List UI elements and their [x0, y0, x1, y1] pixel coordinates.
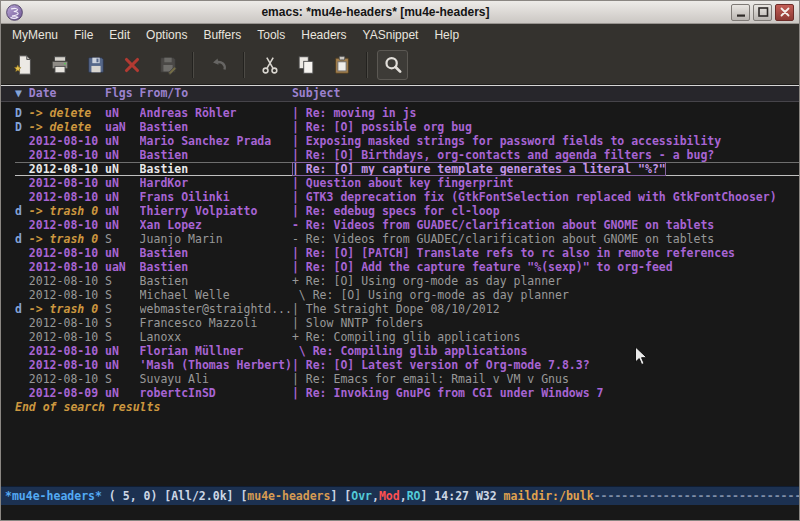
message-row[interactable]: 2012-08-10uNXan Lopez- Re: Videos from G…	[15, 218, 799, 232]
message-date: -> trash 0	[29, 204, 105, 218]
maximize-icon	[756, 5, 770, 19]
menu-edit[interactable]: Edit	[101, 25, 138, 45]
message-row[interactable]: 2012-08-10SLanoxx+ Re: Compiling glib ap…	[15, 330, 799, 344]
modeline-alert: Mod	[379, 489, 400, 503]
toolbar-cut-button[interactable]	[254, 50, 285, 80]
message-from: Florian Müllner	[140, 344, 292, 358]
toolbar-save-button[interactable]	[80, 50, 111, 80]
message-row[interactable]: 2012-08-10uNMario Sanchez Prada| Exposin…	[15, 134, 799, 148]
message-from: Xan Lopez	[140, 218, 292, 232]
message-row[interactable]: d-> trash 0Swebmaster@straightd...| The …	[15, 302, 799, 316]
message-row[interactable]: D-> deleteuNAndreas Röhler| Re: moving i…	[15, 106, 799, 120]
message-from: Bastien	[140, 163, 292, 175]
modeline-mode: mu4e-headers	[247, 489, 330, 503]
message-from: 'Mash (Thomas Herbert)	[140, 358, 292, 372]
message-flags: uaN	[105, 260, 140, 274]
sort-indicator[interactable]: ▼	[15, 86, 29, 100]
save-as-icon	[157, 54, 179, 76]
copy-icon	[295, 54, 317, 76]
message-subject: | Re: Emacs for email: Rmail v VM v Gnus	[292, 372, 569, 386]
column-header-subject[interactable]: Subject	[292, 86, 340, 100]
message-from: HardKor	[140, 176, 292, 190]
search-icon	[382, 54, 404, 76]
modeline-plain: ] 14:27 W32	[421, 489, 504, 503]
message-row[interactable]: 2012-08-10SBastien+ Re: [O] Using org-mo…	[15, 274, 799, 288]
maximize-button[interactable]	[753, 4, 772, 21]
window-title: emacs: *mu4e-headers* [mu4e-headers]	[23, 5, 728, 19]
header-line: ▼DateFlgsFrom/ToSubject	[1, 85, 799, 102]
column-header-date[interactable]: Date	[29, 86, 105, 100]
message-date: 2012-08-10	[29, 358, 105, 372]
close-icon	[121, 54, 143, 76]
message-subject: | Exposing masked strings for password f…	[292, 134, 721, 148]
mode-line[interactable]: *mu4e-headers* ( 5, 0) [All/2.0k] [mu4e-…	[1, 486, 799, 505]
toolbar-copy-button[interactable]	[290, 50, 321, 80]
message-row[interactable]: 2012-08-10uNBastien| Re: [O] Birthdays, …	[15, 148, 799, 162]
message-row[interactable]: D-> deleteuaNBastien| Re: [O] possible o…	[15, 120, 799, 134]
message-mark: d	[15, 302, 29, 316]
message-date: 2012-08-10	[29, 163, 105, 175]
message-flags: S	[105, 330, 140, 344]
menu-buffers[interactable]: Buffers	[195, 25, 249, 45]
close-button[interactable]	[775, 4, 794, 21]
toolbar-paste-button[interactable]	[326, 50, 357, 80]
message-flags: uN	[105, 344, 140, 358]
message-subject: \ Re: [O] Using org-mode as day planner	[292, 288, 569, 302]
message-row[interactable]: 2012-08-10uNHardKor| Question about key …	[15, 176, 799, 190]
message-flags: uN	[105, 204, 140, 218]
message-from: Lanoxx	[140, 330, 292, 344]
message-row[interactable]: 2012-08-10uNFrans Oilinki| GTK3 deprecat…	[15, 190, 799, 204]
message-row[interactable]: 2012-08-10uNFlorian Müllner \ Re: Compil…	[15, 344, 799, 358]
message-row[interactable]: 2012-08-10uaNBastien| Re: [O] Add the ca…	[15, 260, 799, 274]
message-flags: uN	[105, 106, 140, 120]
menu-options[interactable]: Options	[138, 25, 195, 45]
message-row[interactable]: 2012-08-10uN'Mash (Thomas Herbert)| Re: …	[15, 358, 799, 372]
message-subject: | Re: [O] Add the capture feature "%(sex…	[292, 260, 673, 274]
message-date: 2012-08-10	[29, 134, 105, 148]
message-subject: | Re: edebug specs for cl-loop	[292, 204, 500, 218]
modeline-minor: Ovr	[351, 489, 372, 503]
paste-icon	[331, 54, 353, 76]
message-subject: | Re: moving in js	[292, 106, 417, 120]
toolbar-new-file-button[interactable]	[8, 50, 39, 80]
menu-help[interactable]: Help	[426, 25, 467, 45]
toolbar-save-as-button	[152, 50, 183, 80]
message-flags: uN	[105, 163, 140, 175]
toolbar-print-button[interactable]	[44, 50, 75, 80]
message-mark: D	[15, 106, 29, 120]
message-from: Juanjo Marin	[140, 232, 292, 246]
message-row[interactable]: d-> trash 0uNThierry Volpiatto| Re: edeb…	[15, 204, 799, 218]
echo-area[interactable]	[1, 505, 799, 520]
message-row[interactable]: 2012-08-10SSuvayu Ali| Re: Emacs for ema…	[15, 372, 799, 386]
message-row[interactable]: 2012-08-10uNBastien| Re: [O] [PATCH] Tra…	[15, 246, 799, 260]
menu-yasnippet[interactable]: YASnippet	[355, 25, 427, 45]
message-from: robertcInSD	[140, 386, 292, 400]
message-row[interactable]: 2012-08-10SFrancesco Mazzoli| Slow NNTP …	[15, 316, 799, 330]
column-header-flags[interactable]: Flgs	[105, 86, 140, 100]
message-from: Andreas Röhler	[140, 106, 292, 120]
message-from: webmaster@straightd...	[140, 302, 292, 316]
menu-headers[interactable]: Headers	[293, 25, 354, 45]
message-mark: d	[15, 232, 29, 246]
message-flags: S	[105, 288, 140, 302]
toolbar	[1, 46, 799, 85]
toolbar-separator	[366, 52, 368, 78]
message-row[interactable]: 2012-08-10SMichael Welle \ Re: [O] Using…	[15, 288, 799, 302]
column-header-from[interactable]: From/To	[140, 86, 292, 100]
menu-file[interactable]: File	[66, 25, 101, 45]
message-flags: uN	[105, 134, 140, 148]
buffer: D-> deleteuNAndreas Röhler| Re: moving i…	[1, 102, 799, 486]
menu-mymenu[interactable]: MyMenu	[4, 25, 66, 45]
message-row[interactable]: 2012-08-10uNBastien| Re: [O] my capture …	[15, 162, 799, 176]
message-subject: | Slow NNTP folders	[292, 316, 424, 330]
toolbar-search-button[interactable]	[377, 50, 408, 80]
save-icon	[85, 54, 107, 76]
toolbar-close-button[interactable]	[116, 50, 147, 80]
message-flags: S	[105, 316, 140, 330]
minimize-button[interactable]	[731, 4, 750, 21]
menu-tools[interactable]: Tools	[249, 25, 293, 45]
message-from: Michael Welle	[140, 288, 292, 302]
message-row[interactable]: d-> trash 0SJuanjo Marin- Re: Videos fro…	[15, 232, 799, 246]
modeline-folder: maildir:/bulk	[504, 489, 594, 503]
message-row[interactable]: 2012-08-09uNrobertcInSD| Re: Invoking Gn…	[15, 386, 799, 400]
